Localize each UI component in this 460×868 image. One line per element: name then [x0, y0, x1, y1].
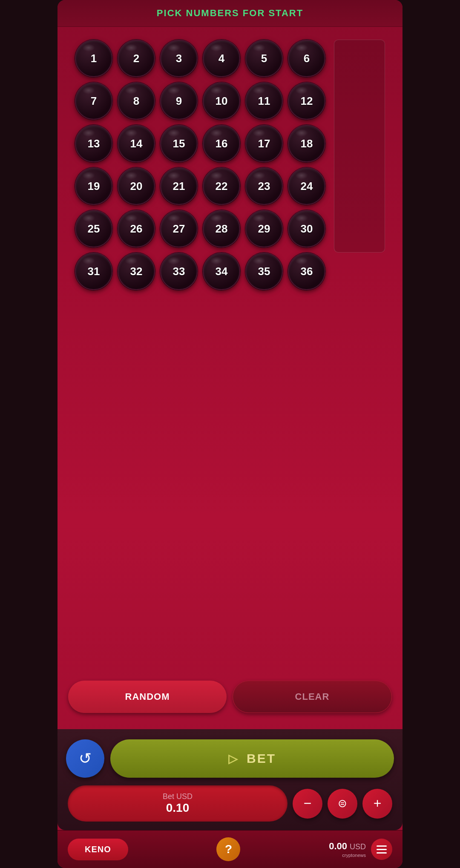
menu-line-2 [377, 849, 387, 850]
number-ball-23[interactable]: 23 [245, 167, 283, 205]
bet-label: Bet USD [163, 792, 193, 801]
bet-decrease-button[interactable]: − [293, 789, 322, 819]
bottom-controls: ↺ ▷ BET Bet USD 0.10 − ⊜ + [58, 729, 402, 830]
top-bar: PICK NUMBERS FOR START [58, 0, 402, 27]
bet-increase-button[interactable]: + [362, 789, 392, 819]
menu-line-1 [377, 845, 387, 847]
number-label: 18 [301, 137, 313, 150]
keno-button[interactable]: KENO [68, 839, 128, 860]
number-ball-10[interactable]: 10 [203, 82, 240, 120]
number-ball-4[interactable]: 4 [203, 40, 240, 77]
balance-container: 0.00 USD cryptonews [329, 841, 366, 858]
number-label: 11 [258, 95, 270, 108]
bet-amount-display: Bet USD 0.10 [68, 785, 288, 822]
number-label: 29 [258, 222, 270, 236]
number-ball-16[interactable]: 16 [203, 125, 240, 162]
number-label: 1 [91, 52, 97, 65]
number-label: 24 [301, 180, 313, 193]
number-ball-5[interactable]: 5 [245, 40, 283, 77]
balance-currency: USD [350, 842, 366, 851]
number-label: 21 [173, 180, 185, 193]
balance-value: 0.00 [329, 841, 347, 852]
number-ball-25[interactable]: 25 [75, 210, 112, 247]
bet-stack-button[interactable]: ⊜ [328, 789, 357, 819]
bet-button-label: BET [247, 751, 276, 766]
number-ball-34[interactable]: 34 [203, 253, 240, 290]
stack-icon: ⊜ [338, 797, 347, 810]
number-ball-3[interactable]: 3 [160, 40, 198, 77]
number-label: 28 [216, 222, 228, 236]
numbers-grid: 1234567891011121314151617181920212223242… [75, 40, 325, 290]
number-ball-14[interactable]: 14 [118, 125, 155, 162]
replay-button[interactable]: ↺ [66, 739, 104, 778]
number-ball-17[interactable]: 17 [245, 125, 283, 162]
bet-row: ↺ ▷ BET [66, 739, 394, 778]
number-ball-13[interactable]: 13 [75, 125, 112, 162]
number-ball-6[interactable]: 6 [288, 40, 325, 77]
number-ball-19[interactable]: 19 [75, 167, 112, 205]
number-label: 7 [91, 95, 97, 108]
number-label: 30 [301, 222, 313, 236]
side-panel [334, 40, 385, 253]
menu-line-3 [377, 852, 387, 854]
menu-button[interactable] [371, 839, 392, 860]
number-ball-1[interactable]: 1 [75, 40, 112, 77]
help-button[interactable]: ? [216, 837, 240, 861]
number-label: 15 [173, 137, 185, 150]
balance-display: 0.00 USD [329, 841, 366, 852]
number-ball-9[interactable]: 9 [160, 82, 198, 120]
number-ball-27[interactable]: 27 [160, 210, 198, 247]
number-ball-24[interactable]: 24 [288, 167, 325, 205]
number-label: 8 [133, 95, 139, 108]
app-container: PICK NUMBERS FOR START 12345678910111213… [58, 0, 402, 868]
replay-icon: ↺ [79, 750, 92, 767]
grid-wrapper: 1234567891011121314151617181920212223242… [75, 40, 385, 290]
number-label: 25 [88, 222, 100, 236]
play-icon: ▷ [228, 752, 239, 766]
clear-button[interactable]: CLEAR [233, 681, 392, 713]
number-ball-29[interactable]: 29 [245, 210, 283, 247]
number-ball-30[interactable]: 30 [288, 210, 325, 247]
question-icon: ? [225, 842, 232, 856]
number-label: 34 [216, 265, 228, 278]
number-label: 16 [216, 137, 228, 150]
number-ball-33[interactable]: 33 [160, 253, 198, 290]
random-button[interactable]: RANDOM [68, 681, 227, 713]
number-label: 13 [88, 137, 100, 150]
number-label: 10 [216, 95, 228, 108]
cryptonews-label: cryptonews [342, 853, 366, 858]
number-label: 33 [173, 265, 185, 278]
number-ball-21[interactable]: 21 [160, 167, 198, 205]
page-title: PICK NUMBERS FOR START [157, 8, 303, 18]
number-ball-36[interactable]: 36 [288, 253, 325, 290]
number-ball-18[interactable]: 18 [288, 125, 325, 162]
number-label: 26 [130, 222, 143, 236]
number-label: 31 [88, 265, 100, 278]
number-label: 22 [216, 180, 228, 193]
number-label: 35 [258, 265, 270, 278]
number-ball-12[interactable]: 12 [288, 82, 325, 120]
number-ball-2[interactable]: 2 [118, 40, 155, 77]
nav-right: 0.00 USD cryptonews [329, 839, 392, 860]
number-label: 14 [130, 137, 143, 150]
bet-value: 0.10 [166, 801, 190, 815]
action-buttons: RANDOM CLEAR [64, 681, 396, 713]
bet-button[interactable]: ▷ BET [110, 739, 394, 778]
number-label: 6 [304, 52, 310, 65]
number-label: 27 [173, 222, 185, 236]
number-ball-20[interactable]: 20 [118, 167, 155, 205]
number-ball-32[interactable]: 32 [118, 253, 155, 290]
number-ball-22[interactable]: 22 [203, 167, 240, 205]
number-ball-15[interactable]: 15 [160, 125, 198, 162]
number-label: 12 [301, 95, 313, 108]
number-ball-7[interactable]: 7 [75, 82, 112, 120]
number-label: 9 [176, 95, 182, 108]
number-ball-8[interactable]: 8 [118, 82, 155, 120]
number-ball-26[interactable]: 26 [118, 210, 155, 247]
number-ball-28[interactable]: 28 [203, 210, 240, 247]
game-area: 1234567891011121314151617181920212223242… [58, 27, 402, 721]
number-label: 23 [258, 180, 270, 193]
number-ball-35[interactable]: 35 [245, 253, 283, 290]
number-ball-31[interactable]: 31 [75, 253, 112, 290]
number-ball-11[interactable]: 11 [245, 82, 283, 120]
